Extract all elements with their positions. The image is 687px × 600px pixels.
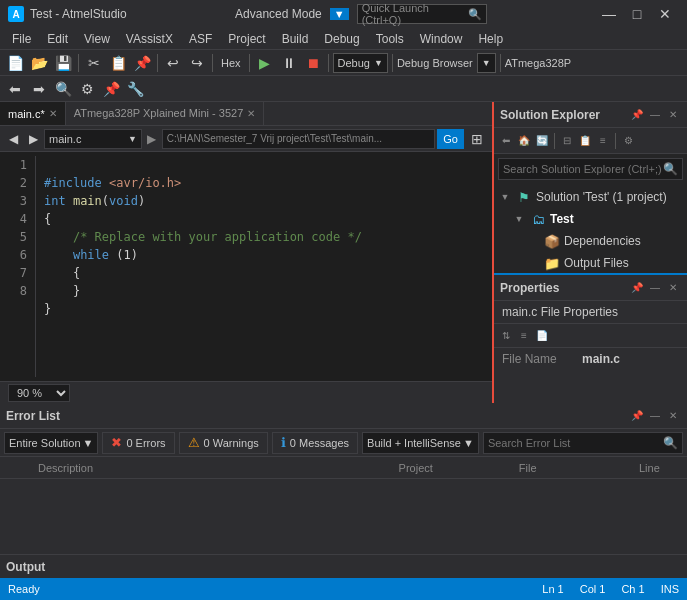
debug-dropdown[interactable]: Debug ▼ xyxy=(333,53,388,73)
menu-edit[interactable]: Edit xyxy=(39,28,76,50)
menu-help[interactable]: Help xyxy=(470,28,511,50)
debug-browser-arrow: ▼ xyxy=(482,58,491,68)
menu-vassistx[interactable]: VAssistX xyxy=(118,28,181,50)
warning-icon: ⚠ xyxy=(188,435,200,450)
panel-min-btn[interactable]: — xyxy=(647,107,663,123)
tree-solution[interactable]: ▼ ⚑ Solution 'Test' (1 project) xyxy=(494,186,687,208)
menu-debug[interactable]: Debug xyxy=(316,28,367,50)
tb-open[interactable]: 📂 xyxy=(28,52,50,74)
props-min-btn[interactable]: — xyxy=(647,280,663,296)
nav-forward[interactable]: ▶ xyxy=(24,130,42,148)
menu-view[interactable]: View xyxy=(76,28,118,50)
project-icon: 🗂 xyxy=(530,212,546,226)
se-search-box[interactable]: 🔍 xyxy=(498,158,683,180)
close-button[interactable]: ✕ xyxy=(651,0,679,28)
error-scope-label: Entire Solution xyxy=(9,437,81,449)
tb2-btn5[interactable]: 📌 xyxy=(100,78,122,100)
error-min-btn[interactable]: — xyxy=(647,408,663,424)
error-col-line[interactable]: Line xyxy=(639,462,679,474)
se-refresh-btn[interactable]: 🔄 xyxy=(534,133,550,149)
app-icon: A xyxy=(8,6,24,22)
tb2-btn6[interactable]: 🔧 xyxy=(124,78,146,100)
props-cat-btn[interactable]: ≡ xyxy=(516,328,532,344)
tree-test-expand[interactable]: ▼ xyxy=(512,212,526,226)
props-sort-btn[interactable]: ⇅ xyxy=(498,328,514,344)
tb-sep6 xyxy=(392,54,393,72)
error-scope-dropdown[interactable]: Entire Solution ▼ xyxy=(4,432,98,454)
tb2-btn4[interactable]: ⚙ xyxy=(76,78,98,100)
error-errors-badge[interactable]: ✖ 0 Errors xyxy=(102,432,174,454)
code-text[interactable]: #include <avr/io.h> int main(void) { /* … xyxy=(36,156,492,377)
se-search-input[interactable] xyxy=(503,163,663,175)
props-pages-btn[interactable]: 📄 xyxy=(534,328,550,344)
tab-device[interactable]: ATmega328P Xplained Mini - 3527 ✕ xyxy=(66,102,265,125)
tb2-btn2[interactable]: ➡ xyxy=(28,78,50,100)
status-col: Col 1 xyxy=(580,583,606,595)
tb-copy[interactable]: 📋 xyxy=(107,52,129,74)
zoom-select[interactable]: 90 % 100 % 75 % xyxy=(8,384,70,402)
tb-paste[interactable]: 📌 xyxy=(131,52,153,74)
tree-output-label: Output Files xyxy=(564,256,629,270)
error-build-dropdown[interactable]: Build + IntelliSense ▼ xyxy=(362,432,479,454)
nav-file-dropdown[interactable]: main.c ▼ xyxy=(44,129,142,149)
se-properties-btn[interactable]: 📋 xyxy=(577,133,593,149)
error-pin-btn[interactable]: 📌 xyxy=(629,408,645,424)
error-col-file[interactable]: File xyxy=(519,462,639,474)
error-warnings-badge[interactable]: ⚠ 0 Warnings xyxy=(179,432,268,454)
tree-dependencies[interactable]: ▶ 📦 Dependencies xyxy=(494,230,687,252)
error-col-proj[interactable]: Project xyxy=(399,462,519,474)
tb-pause[interactable]: ⏸ xyxy=(278,52,300,74)
quick-launch-box[interactable]: Quick Launch (Ctrl+Q) 🔍 xyxy=(357,4,487,24)
menu-tools[interactable]: Tools xyxy=(368,28,412,50)
go-button[interactable]: Go xyxy=(437,129,464,149)
maximize-button[interactable]: □ xyxy=(623,0,651,28)
tree-test[interactable]: ▼ 🗂 Test xyxy=(494,208,687,230)
tab-main-c-close[interactable]: ✕ xyxy=(49,108,57,119)
tb-undo[interactable]: ↩ xyxy=(162,52,184,74)
nav-back[interactable]: ◀ xyxy=(4,130,22,148)
menu-build[interactable]: Build xyxy=(274,28,317,50)
tb-new[interactable]: 📄 xyxy=(4,52,26,74)
se-filter-btn[interactable]: ≡ xyxy=(595,133,611,149)
tb-cut[interactable]: ✂ xyxy=(83,52,105,74)
se-home-btn[interactable]: 🏠 xyxy=(516,133,532,149)
error-close-btn[interactable]: ✕ xyxy=(665,408,681,424)
error-list-title: Error List xyxy=(6,409,60,423)
tree-solution-label: Solution 'Test' (1 project) xyxy=(536,190,667,204)
code-editor[interactable]: 1 2 3 4 5 6 7 8 #include <avr/io.h> int … xyxy=(0,152,492,381)
quick-launch-placeholder: Quick Launch (Ctrl+Q) xyxy=(362,2,468,26)
tree-output-files[interactable]: ▶ 📁 Output Files xyxy=(494,252,687,273)
nav-arrow-btn[interactable]: ▶ xyxy=(144,129,160,149)
nav-file-arrow: ▼ xyxy=(128,134,137,144)
tree-dep-label: Dependencies xyxy=(564,234,641,248)
tb2-btn1[interactable]: ⬅ xyxy=(4,78,26,100)
tb2-btn3[interactable]: 🔍 xyxy=(52,78,74,100)
tb-stop[interactable]: ⏹ xyxy=(302,52,324,74)
advanced-mode-arrow[interactable]: ▼ xyxy=(330,8,349,20)
tab-device-close[interactable]: ✕ xyxy=(247,108,255,119)
debug-browser-dropdown[interactable]: ▼ xyxy=(477,53,496,73)
tb-play[interactable]: ▶ xyxy=(254,52,276,74)
nav-expand[interactable]: ⊞ xyxy=(466,128,488,150)
error-search-box[interactable]: 🔍 xyxy=(483,432,683,454)
panel-pin-btn[interactable]: 📌 xyxy=(629,107,645,123)
props-pin-btn[interactable]: 📌 xyxy=(629,280,645,296)
tree-solution-expand[interactable]: ▼ xyxy=(498,190,512,204)
error-search-input[interactable] xyxy=(488,437,663,449)
menu-asf[interactable]: ASF xyxy=(181,28,220,50)
error-col-desc[interactable]: Description xyxy=(38,462,399,474)
props-close-btn[interactable]: ✕ xyxy=(665,280,681,296)
se-back-btn[interactable]: ⬅ xyxy=(498,133,514,149)
se-settings-btn[interactable]: ⚙ xyxy=(620,133,636,149)
menu-project[interactable]: Project xyxy=(220,28,273,50)
tb-redo[interactable]: ↪ xyxy=(186,52,208,74)
menu-window[interactable]: Window xyxy=(412,28,471,50)
panel-close-btn[interactable]: ✕ xyxy=(665,107,681,123)
se-collapse-btn[interactable]: ⊟ xyxy=(559,133,575,149)
tab-main-c[interactable]: main.c* ✕ xyxy=(0,102,66,125)
tb-save[interactable]: 💾 xyxy=(52,52,74,74)
menu-file[interactable]: File xyxy=(4,28,39,50)
minimize-button[interactable]: — xyxy=(595,0,623,28)
error-messages-badge[interactable]: ℹ 0 Messages xyxy=(272,432,358,454)
line-numbers: 1 2 3 4 5 6 7 8 xyxy=(0,156,36,377)
